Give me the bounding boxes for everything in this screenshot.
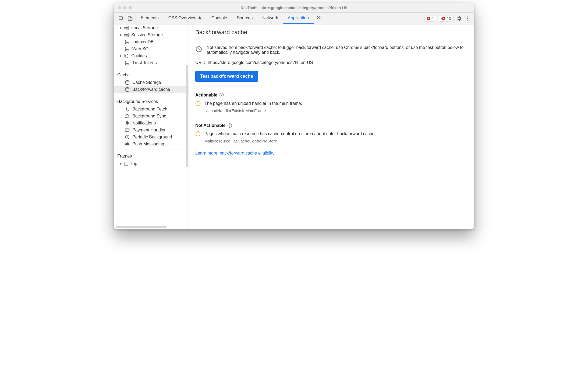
device-toolbar-icon[interactable] — [127, 16, 133, 21]
tab-sources[interactable]: Sources — [232, 13, 257, 24]
tab-application[interactable]: Application — [283, 13, 314, 24]
sidebar-item-label: IndexedDB — [132, 40, 154, 44]
expand-icon — [120, 55, 122, 57]
sidebar-item-cache-storage[interactable]: Cache Storage — [114, 79, 189, 86]
issue-count-badge[interactable]: ✕ 10 — [439, 16, 454, 22]
window-title: DevTools - store.google.com/us/category/… — [114, 6, 474, 10]
sidebar-item-label: Notifications — [132, 121, 156, 126]
table-icon — [124, 33, 129, 37]
titlebar: DevTools - store.google.com/us/category/… — [114, 3, 474, 13]
sidebar-item-bg-sync[interactable]: Background Sync — [114, 113, 189, 120]
svg-point-3 — [467, 16, 468, 17]
tab-sources-label: Sources — [237, 16, 253, 20]
issue-message: Pages whose main resource has cache-cont… — [204, 131, 376, 136]
expand-icon — [120, 34, 122, 36]
minimize-dot[interactable] — [123, 6, 126, 9]
svg-point-4 — [467, 18, 468, 19]
sidebar-item-notifications[interactable]: Notifications — [114, 120, 189, 127]
database-icon — [125, 80, 130, 85]
bell-icon — [125, 121, 130, 126]
sidebar-item-payment-handler[interactable]: Payment Handler — [114, 127, 189, 134]
svg-rect-24 — [198, 104, 198, 105]
expand-icon — [120, 27, 122, 29]
frame-icon — [124, 161, 129, 166]
more-tabs[interactable] — [314, 13, 324, 24]
svg-point-17 — [125, 88, 129, 89]
actionable-heading: Actionable — [195, 93, 217, 98]
info-message: Not served from back/forward cache: to t… — [207, 45, 467, 55]
sidebar-item-label: Background Fetch — [132, 107, 167, 112]
svg-rect-20 — [124, 162, 128, 165]
sidebar-item-bg-fetch[interactable]: Background Fetch — [114, 106, 189, 113]
tab-css-overview[interactable]: CSS Overview — [164, 13, 207, 24]
svg-point-12 — [126, 55, 127, 55]
warning-icon — [195, 101, 201, 106]
cloud-icon — [125, 142, 130, 146]
sidebar-item-periodic-bg[interactable]: Periodic Background — [114, 134, 189, 141]
sidebar-item-frame-top[interactable]: top — [114, 160, 189, 167]
svg-point-15 — [125, 61, 129, 62]
sidebar-heading-cache: Cache — [114, 70, 189, 79]
transfer-icon — [125, 107, 130, 112]
help-icon[interactable]: ? — [228, 123, 232, 128]
test-bfcache-button[interactable]: Test back/forward cache — [195, 71, 258, 82]
gear-icon[interactable] — [456, 16, 462, 22]
page-title: Back/forward cache — [189, 24, 474, 40]
issue-count: 10 — [447, 16, 451, 21]
sidebar-hscrollbar[interactable] — [116, 226, 167, 228]
svg-point-8 — [125, 40, 129, 41]
database-icon — [125, 47, 130, 51]
svg-point-9 — [125, 47, 129, 48]
tab-bar: Elements CSS Overview Console Sources Ne… — [114, 13, 474, 24]
sidebar-item-trust-tokens[interactable]: Trust Tokens — [114, 59, 189, 66]
issues-icon: ✕ — [441, 17, 445, 20]
sidebar-item-bfcache[interactable]: Back/forward cache — [114, 86, 189, 93]
issue-code: MainResourceHasCacheControlNoStore — [195, 139, 467, 143]
kebab-icon[interactable] — [465, 16, 470, 21]
sidebar-heading-frames: Frames — [114, 151, 189, 160]
tab-console-label: Console — [211, 16, 227, 20]
sidebar-item-label: top — [131, 161, 137, 166]
svg-rect-23 — [198, 102, 198, 104]
cookie-icon — [124, 53, 129, 58]
sidebar-item-websql[interactable]: Web SQL — [114, 45, 189, 52]
url-value: https://store.google.com/us/category/pho… — [208, 60, 313, 65]
sidebar-heading-background: Background Services — [114, 96, 189, 106]
inspect-icon[interactable] — [118, 16, 124, 21]
tab-network-label: Network — [262, 16, 278, 20]
window-controls — [114, 6, 132, 9]
svg-point-13 — [127, 56, 127, 57]
card-icon — [125, 128, 130, 133]
sidebar-item-local-storage[interactable]: Local Storage — [114, 24, 189, 31]
tab-css-overview-label: CSS Overview — [168, 16, 196, 20]
tab-network[interactable]: Network — [257, 13, 283, 24]
sidebar-scrollbar[interactable] — [186, 65, 188, 167]
close-dot[interactable] — [118, 6, 121, 9]
table-icon — [124, 26, 129, 30]
svg-point-5 — [467, 20, 468, 20]
tab-console[interactable]: Console — [207, 13, 232, 24]
sidebar-item-label: Session Storage — [131, 33, 163, 37]
database-icon — [125, 40, 130, 44]
sidebar-item-label: Cache Storage — [132, 80, 161, 85]
sidebar-item-cookies[interactable]: Cookies — [114, 52, 189, 59]
issue-message: The page has an unload handler in the ma… — [204, 101, 302, 106]
tab-application-label: Application — [288, 16, 309, 20]
zoom-dot[interactable] — [129, 6, 132, 9]
database-icon — [125, 60, 130, 65]
database-icon — [125, 87, 130, 92]
svg-point-11 — [125, 55, 126, 56]
sidebar-item-session-storage[interactable]: Session Storage — [114, 31, 189, 38]
tab-elements[interactable]: Elements — [136, 13, 164, 24]
sidebar-item-label: Push Messaging — [132, 142, 164, 146]
sidebar-item-push-messaging[interactable]: Push Messaging — [114, 141, 189, 148]
not-actionable-heading: Not Actionable — [195, 123, 225, 128]
error-count-badge[interactable]: ✕ 1 — [424, 16, 437, 22]
help-icon[interactable]: ? — [219, 93, 224, 97]
learn-more-link[interactable]: Learn more: back/forward cache eligibili… — [195, 151, 467, 156]
sidebar-item-indexeddb[interactable]: IndexedDB — [114, 38, 189, 45]
url-label: URL: — [195, 60, 205, 65]
devtools-window: DevTools - store.google.com/us/category/… — [114, 3, 474, 229]
svg-point-14 — [125, 56, 126, 57]
sidebar-item-label: Back/forward cache — [132, 87, 170, 92]
